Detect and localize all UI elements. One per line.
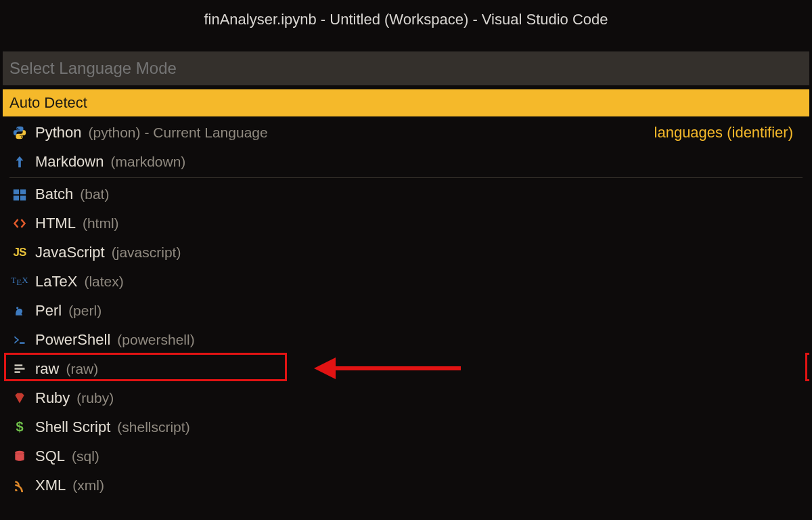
language-item-batch[interactable]: Batch (bat) (3, 179, 809, 209)
language-id: (ruby) (76, 390, 114, 406)
auto-detect-label: Auto Detect (9, 94, 87, 112)
language-item-shellscript[interactable]: $ Shell Script (shellscript) (3, 412, 809, 441)
language-list: Batch (bat) HTML (html) JS JavaScript (j… (3, 179, 809, 500)
language-id: (bat) (80, 186, 109, 202)
sql-icon (9, 450, 30, 463)
language-item-raw[interactable]: raw (raw) (3, 354, 809, 383)
language-id: (powershell) (117, 332, 194, 348)
svg-rect-2 (14, 195, 19, 200)
window-title: finAnalyser.ipynb - Untitled (Workspace)… (0, 0, 812, 39)
list-divider (9, 177, 803, 178)
shell-icon: $ (9, 419, 30, 435)
xml-icon (9, 479, 30, 492)
language-id: (javascript) (112, 244, 181, 261)
javascript-icon: JS (9, 246, 30, 259)
svg-rect-5 (20, 342, 25, 344)
vscode-window: finAnalyser.ipynb - Untitled (Workspace)… (0, 0, 812, 520)
powershell-icon (9, 333, 30, 347)
language-name: Ruby (35, 389, 70, 407)
language-item-javascript[interactable]: JS JavaScript (javascript) (3, 238, 809, 267)
language-name: HTML (35, 215, 76, 232)
language-picker: Auto Detect Python (python) - Current La… (3, 51, 809, 500)
language-name: Markdown (35, 153, 104, 171)
language-name: XML (35, 477, 66, 494)
batch-icon (9, 187, 30, 202)
latex-icon: TEX (9, 275, 30, 288)
svg-rect-0 (14, 189, 19, 194)
svg-point-4 (16, 307, 18, 309)
language-name: PowerShell (35, 331, 110, 349)
language-name: raw (35, 360, 59, 378)
language-name: Python (35, 124, 82, 142)
svg-rect-8 (15, 371, 20, 373)
ruby-icon (9, 391, 30, 405)
title-text: finAnalyser.ipynb - Untitled (Workspace)… (204, 11, 608, 28)
language-item-powershell[interactable]: PowerShell (powershell) (3, 325, 809, 354)
language-id: (markdown) (110, 154, 185, 170)
language-id: (shellscript) (117, 419, 189, 435)
language-id: (raw) (66, 361, 98, 377)
language-id: (perl) (68, 303, 102, 319)
language-id: (html) (83, 215, 119, 232)
language-name: SQL (35, 448, 65, 465)
html-icon (9, 217, 30, 230)
language-picker-input[interactable] (3, 51, 809, 85)
language-list-top: Python (python) - Current Language langu… (3, 118, 809, 176)
language-item-xml[interactable]: XML (xml) (3, 471, 809, 500)
language-name: Perl (35, 302, 62, 320)
languages-identifier-hint: languages (identifier) (654, 124, 803, 142)
language-item-perl[interactable]: Perl (perl) (3, 296, 809, 325)
raw-icon (9, 362, 30, 376)
annotation-right-edge (805, 353, 809, 381)
auto-detect-item[interactable]: Auto Detect (3, 89, 809, 116)
svg-point-9 (15, 450, 24, 454)
svg-rect-6 (15, 364, 23, 366)
language-item-sql[interactable]: SQL (sql) (3, 441, 809, 471)
language-suffix: - Current Language (145, 125, 268, 141)
language-name: Shell Script (35, 418, 110, 436)
language-name: LaTeX (35, 273, 77, 290)
language-item-html[interactable]: HTML (html) (3, 209, 809, 238)
language-id: (sql) (72, 448, 99, 464)
svg-rect-1 (20, 189, 26, 194)
language-item-python[interactable]: Python (python) - Current Language langu… (3, 118, 809, 147)
language-name: JavaScript (35, 244, 105, 261)
language-item-markdown[interactable]: Markdown (markdown) (3, 147, 809, 176)
language-name: Batch (35, 186, 73, 203)
markdown-icon (9, 154, 30, 169)
perl-icon (9, 304, 30, 318)
svg-rect-3 (20, 195, 26, 200)
language-item-latex[interactable]: TEX LaTeX (latex) (3, 267, 809, 296)
svg-rect-7 (15, 368, 25, 370)
language-id: (xml) (72, 477, 104, 494)
python-icon (9, 125, 30, 140)
language-id: (python) (89, 125, 141, 141)
language-id: (latex) (84, 274, 123, 290)
language-item-ruby[interactable]: Ruby (ruby) (3, 383, 809, 412)
